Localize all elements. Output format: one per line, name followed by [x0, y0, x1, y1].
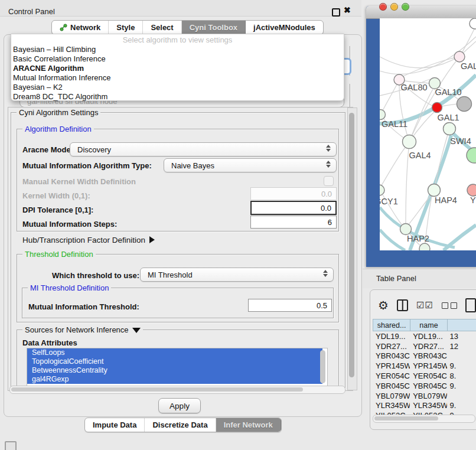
tab-cyni-toolbox[interactable]: Cyni Toolbox: [182, 21, 246, 34]
tab-infer-network[interactable]: Infer Network: [216, 418, 281, 432]
data-attributes-list[interactable]: SelfLoopsTopologicalCoefficientBetweenne…: [27, 348, 328, 388]
tab-label: Impute Data: [93, 420, 136, 429]
table-horizontal-scrollbar[interactable]: [373, 415, 475, 423]
combo-arrows-icon: [326, 161, 331, 168]
kernel-width-label: Kernel Width (0,1):: [22, 191, 90, 200]
hub-definition-label: Hub/Transcription Factor Definition: [22, 236, 145, 244]
table-cell: YLR345W: [410, 401, 446, 410]
algorithm-option[interactable]: Bayesian – K2: [11, 83, 344, 92]
settings-horizontal-scrollbar[interactable]: [9, 386, 345, 394]
table-row[interactable]: YPR145WYPR145W9.: [373, 361, 476, 371]
column-header[interactable]: shared...: [373, 319, 410, 331]
network-node-gal1[interactable]: [432, 103, 442, 113]
which-threshold-combo[interactable]: MI Threshold: [140, 268, 334, 282]
network-node-gal11[interactable]: [380, 110, 386, 120]
minimize-traffic-light-icon[interactable]: [390, 3, 398, 11]
network-node[interactable]: [470, 18, 476, 29]
algorithm-option[interactable]: Basic Correlation Inference: [11, 54, 344, 64]
mi-type-combo[interactable]: Naive Bayes: [164, 158, 337, 172]
tab-impute-data[interactable]: Impute Data: [85, 418, 145, 432]
minimized-panel-icon[interactable]: [5, 441, 17, 450]
table-cell: 13: [447, 332, 476, 341]
algorithm-option[interactable]: ARACNE Algorithm: [11, 64, 344, 73]
table-row[interactable]: YLR345WYLR345W9.: [373, 401, 476, 411]
page-icon[interactable]: [465, 298, 476, 312]
tab-jactivemnodules[interactable]: jActiveMNodules: [246, 21, 323, 34]
algorithm-dropdown-popup: Select algorithm to view settings Bayesi…: [11, 34, 344, 101]
table-row[interactable]: YBL079WYBL079W: [373, 391, 476, 401]
network-node-hap4[interactable]: [428, 184, 441, 197]
table-row[interactable]: YBR043CYBR043C: [373, 351, 476, 361]
kernel-width-field[interactable]: 0.0: [250, 187, 337, 200]
mi-steps-field[interactable]: 6: [250, 216, 337, 229]
network-node-gal[interactable]: [454, 51, 465, 62]
algorithm-option[interactable]: Mutual Information Inference: [11, 73, 344, 83]
algorithm-option[interactable]: Bayesian – Hill Climbing: [11, 45, 344, 54]
dpi-tolerance-field[interactable]: 0.0: [250, 201, 337, 215]
table-cell: YBR045C: [410, 381, 446, 390]
column-header[interactable]: name: [410, 319, 446, 331]
tab-select[interactable]: Select: [143, 21, 181, 34]
network-node-hap2[interactable]: [400, 224, 412, 235]
tab-discretize-data[interactable]: Discretize Data: [145, 418, 216, 432]
mi-threshold-field[interactable]: 0.5: [248, 299, 332, 312]
tab-label: Select: [151, 23, 173, 32]
table-cell: YBR045C: [373, 381, 410, 390]
hub-definition-expander[interactable]: Hub/Transcription Factor Definition: [22, 236, 155, 244]
network-canvas[interactable]: GALGAL80GAL10GAL1GAL11SWI4GAL4GCY1HAP4YH…: [380, 18, 476, 250]
expand-right-icon: [149, 236, 155, 243]
scrollbar-thumb[interactable]: [349, 113, 354, 377]
gear-icon[interactable]: ⚙: [378, 298, 389, 312]
column-header[interactable]: [447, 319, 476, 331]
network-node[interactable]: [467, 148, 476, 163]
close-icon[interactable]: ✖: [344, 5, 351, 15]
network-node[interactable]: [419, 243, 430, 250]
table-cell: YER054C: [373, 371, 410, 380]
table-row[interactable]: YER054CYER054C8.: [373, 371, 476, 381]
attribute-list-item[interactable]: TopologicalCoefficient: [27, 357, 322, 366]
tab-network[interactable]: Network: [52, 21, 109, 34]
network-node-swi4[interactable]: [444, 123, 456, 135]
network-node-y[interactable]: [467, 184, 476, 196]
float-window-icon[interactable]: [332, 8, 340, 17]
table-cell: 8.: [447, 371, 476, 380]
mi-type-label: Mutual Information Algorithm Type:: [22, 161, 152, 170]
scrollbar-thumb[interactable]: [374, 416, 438, 420]
network-node-gal4[interactable]: [403, 135, 416, 149]
algorithm-definition-title: Algorithm Definition: [22, 125, 94, 133]
apply-button[interactable]: Apply: [158, 398, 201, 413]
unchecked-pair-icon[interactable]: [442, 302, 457, 309]
column-view-icon[interactable]: [397, 299, 408, 311]
network-node[interactable]: [457, 97, 472, 112]
aracne-mode-combo[interactable]: Discovery: [70, 142, 337, 156]
attribute-list-item[interactable]: SelfLoops: [27, 348, 322, 357]
manual-kernel-checkbox[interactable]: [324, 176, 334, 186]
checked-pair-icon[interactable]: ☑☑: [416, 300, 433, 311]
algorithm-placeholder: Select algorithm to view settings: [11, 34, 344, 45]
network-node-gcy1[interactable]: [380, 185, 384, 195]
control-panel-title: Control Panel: [8, 7, 55, 16]
table-cell: YER054C: [410, 371, 446, 380]
attribute-list-item[interactable]: BetweennessCentrality: [27, 366, 322, 375]
network-edge: [435, 135, 448, 184]
sources-group-title[interactable]: Sources for Network Inference: [22, 325, 143, 334]
zoom-traffic-light-icon[interactable]: [402, 3, 409, 11]
tab-style[interactable]: Style: [109, 21, 143, 34]
table-row[interactable]: YDL19...YDL19...13: [373, 331, 476, 341]
table-row[interactable]: YDR27...YDR27...12: [373, 341, 476, 351]
list-scrollbar-thumb[interactable]: [320, 350, 325, 383]
settings-vertical-scrollbar[interactable]: [347, 107, 357, 390]
attribute-list-item[interactable]: gal4RGexp: [27, 375, 322, 384]
combo-arrows-icon: [326, 145, 331, 152]
scrollbar-thumb[interactable]: [11, 387, 303, 392]
table-row[interactable]: YBR045CYBR045C9.: [373, 381, 476, 391]
network-node-label: GAL1: [437, 113, 459, 122]
control-panel-tab-bar: NetworkStyleSelectCyni ToolboxjActiveMNo…: [51, 20, 324, 35]
aracne-mode-label: Aracne Mode:: [22, 145, 73, 154]
table-cell: 9.: [447, 381, 476, 390]
algorithm-option[interactable]: Dream8 DC_TDC Algorithm: [11, 92, 344, 102]
network-edge: [380, 57, 454, 68]
table-cell: YBL079W: [410, 392, 446, 400]
tab-label: Cyni Toolbox: [190, 23, 237, 32]
close-traffic-light-icon[interactable]: [379, 3, 387, 11]
